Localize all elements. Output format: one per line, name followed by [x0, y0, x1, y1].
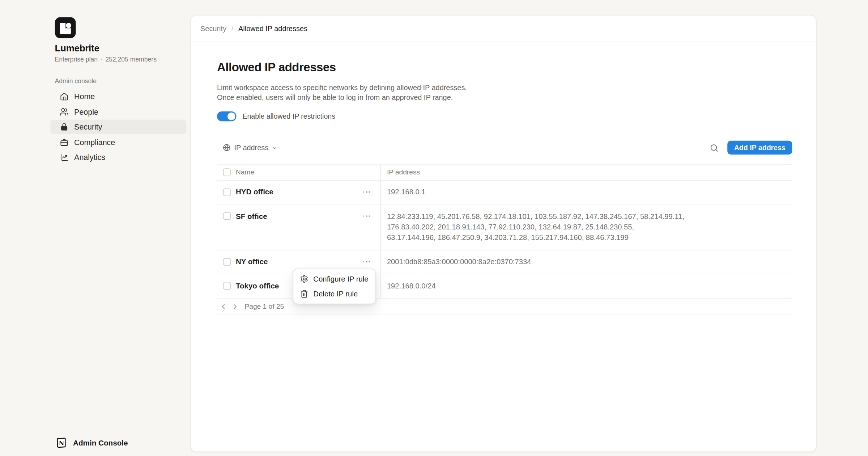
- row-actions-button[interactable]: [362, 213, 371, 219]
- sidebar-nav: Home People Security Compliance: [50, 89, 187, 165]
- filter-label: IP address: [234, 144, 268, 152]
- toggle-label: Enable allowed IP restrictions: [242, 112, 335, 120]
- rule-name: HYD office: [236, 188, 273, 196]
- page-description: Limit workspace access to specific netwo…: [217, 83, 792, 102]
- next-page-button[interactable]: [230, 302, 239, 311]
- trash-icon: [300, 290, 309, 298]
- lumebrite-logo: [55, 17, 76, 38]
- gear-icon: [300, 275, 309, 283]
- rule-name: NY office: [236, 258, 268, 266]
- column-header-ip: IP address: [387, 168, 420, 176]
- ip-cell: 12.84.233.119, 45.201.76.58, 92.174.18.1…: [381, 204, 792, 250]
- sidebar-item-label: Compliance: [74, 138, 115, 146]
- row-checkbox[interactable]: [223, 258, 231, 266]
- chart-line-icon: [60, 153, 68, 161]
- workspace-plan-line: Enterprise plan · 252,205 members: [55, 56, 157, 63]
- search-icon: [710, 143, 718, 152]
- notion-cube-icon: N: [55, 436, 67, 449]
- row-actions-button[interactable]: [362, 259, 371, 265]
- breadcrumb-separator: /: [231, 24, 234, 33]
- plan-separator: ·: [101, 56, 103, 63]
- column-header-name: Name: [236, 168, 254, 176]
- menu-item-configure-ip-rule[interactable]: Configure IP rule: [295, 271, 373, 286]
- toggle-knob: [227, 112, 235, 120]
- chevron-down-icon: [272, 145, 277, 150]
- breadcrumb-current: Allowed IP addresses: [238, 24, 307, 33]
- sidebar-item-security[interactable]: Security: [50, 120, 187, 134]
- rule-name: SF office: [236, 212, 267, 220]
- page-content: Allowed IP addresses Limit workspace acc…: [191, 61, 816, 315]
- plan-label: Enterprise plan: [55, 56, 98, 63]
- ip-restrictions-toggle[interactable]: [217, 111, 237, 121]
- sidebar-item-people[interactable]: People: [50, 105, 187, 119]
- lock-icon: [60, 122, 68, 131]
- header-cell-name: Name: [217, 164, 381, 180]
- menu-item-label: Configure IP rule: [313, 275, 368, 283]
- ip-cell: 192.168.0.0/24: [381, 274, 792, 298]
- house-icon: [60, 92, 68, 101]
- members-count: 252,205 members: [105, 56, 157, 63]
- row-context-menu: Configure IP rule Delete IP rule: [293, 269, 376, 304]
- sidebar-item-analytics[interactable]: Analytics: [50, 150, 187, 165]
- name-cell: SF office: [217, 204, 381, 250]
- pagination-label: Page 1 of 25: [245, 303, 284, 310]
- table-toolbar: IP address Add IP address: [217, 140, 792, 155]
- sidebar-item-home[interactable]: Home: [50, 89, 187, 104]
- breadcrumb: Security / Allowed IP addresses: [191, 16, 816, 42]
- previous-page-button[interactable]: [219, 302, 227, 311]
- workspace-logo: [55, 17, 76, 38]
- ip-cell: 192.168.0.1: [381, 180, 792, 203]
- rule-name: Tokyo office: [236, 282, 279, 290]
- ip-line: 176.83.40.202, 201.18.91.143, 77.92.110.…: [387, 221, 634, 232]
- select-all-checkbox[interactable]: [223, 168, 231, 176]
- chevron-right-icon: [231, 303, 238, 310]
- globe-icon: [222, 144, 231, 152]
- row-checkbox[interactable]: [223, 282, 231, 290]
- page-description-line1: Limit workspace access to specific netwo…: [217, 83, 792, 93]
- header-cell-ip: IP address: [381, 164, 792, 180]
- search-button[interactable]: [707, 140, 722, 155]
- sidebar-item-label: Home: [74, 92, 95, 101]
- table-header-row: Name IP address: [217, 164, 792, 180]
- people-icon: [60, 107, 68, 116]
- workspace-name: Lumebrite: [55, 43, 99, 54]
- sidebar-item-label: People: [74, 107, 98, 116]
- row-checkbox[interactable]: [223, 188, 231, 196]
- menu-item-label: Delete IP rule: [313, 290, 358, 298]
- main-panel: Security / Allowed IP addresses Allowed …: [191, 15, 817, 452]
- row-checkbox[interactable]: [223, 212, 231, 220]
- sidebar-footer-admin-console[interactable]: N Admin Console: [55, 436, 128, 449]
- ip-cell: 2001:0db8:85a3:0000:0000:8a2e:0370:7334: [381, 250, 792, 273]
- ip-address-filter[interactable]: IP address: [222, 144, 277, 152]
- sidebar-item-label: Security: [74, 122, 102, 131]
- breadcrumb-security[interactable]: Security: [200, 24, 226, 33]
- sidebar: Lumebrite Enterprise plan · 252,205 memb…: [0, 0, 191, 456]
- menu-item-delete-ip-rule[interactable]: Delete IP rule: [295, 286, 373, 301]
- ip-line: 63.17.144.196, 186.47.250.9, 34.203.71.2…: [387, 232, 629, 242]
- sidebar-item-compliance[interactable]: Compliance: [50, 135, 187, 149]
- table-row: HYD office 192.168.0.1: [217, 180, 792, 204]
- page-title: Allowed IP addresses: [217, 61, 792, 75]
- admin-console-app: Lumebrite Enterprise plan · 252,205 memb…: [0, 0, 868, 456]
- sidebar-footer-label: Admin Console: [73, 438, 128, 447]
- sidebar-item-label: Analytics: [74, 153, 105, 161]
- ip-line: 12.84.233.119, 45.201.76.58, 92.174.18.1…: [387, 211, 684, 221]
- table-row: SF office 12.84.233.119, 45.201.76.58, 9…: [217, 204, 792, 250]
- add-ip-address-button[interactable]: Add IP address: [727, 141, 792, 155]
- ip-restrictions-toggle-row: Enable allowed IP restrictions: [217, 111, 792, 121]
- name-cell: HYD office: [217, 180, 381, 203]
- chevron-left-icon: [220, 303, 227, 310]
- page-description-line2: Once enabled, users will only be able to…: [217, 93, 792, 102]
- row-actions-button[interactable]: [362, 189, 371, 195]
- briefcase-icon: [60, 138, 68, 146]
- sidebar-section-label: Admin console: [55, 77, 97, 84]
- svg-text:N: N: [59, 440, 64, 447]
